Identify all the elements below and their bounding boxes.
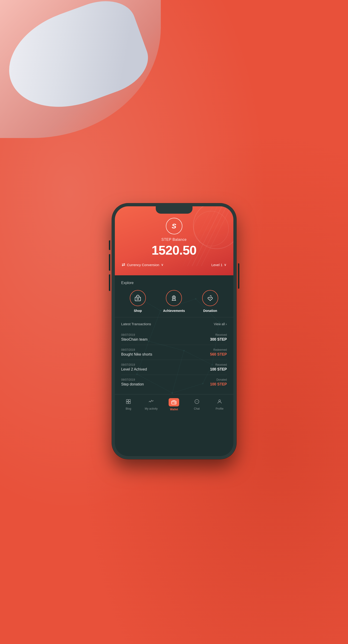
main-content: Explore Shop <box>115 275 233 416</box>
level-button[interactable]: Level 1 ∨ <box>211 263 226 267</box>
svg-line-19 <box>149 341 184 351</box>
svg-line-18 <box>149 311 160 341</box>
svg-line-17 <box>196 299 219 322</box>
currency-conversion-button[interactable]: ⇄ Currency Conversion ∨ <box>122 262 164 267</box>
network-background <box>115 275 233 416</box>
balance-label: STEP Balance <box>122 238 226 242</box>
logo-letter: S <box>172 222 176 230</box>
currency-icon: ⇄ <box>122 262 125 267</box>
svg-line-26 <box>172 350 184 393</box>
svg-line-20 <box>184 350 212 364</box>
currency-chevron-icon: ∨ <box>161 263 164 267</box>
svg-line-21 <box>137 341 149 374</box>
power-button <box>238 263 239 289</box>
volume-toggle-button <box>109 240 110 250</box>
volume-up-button <box>109 254 110 271</box>
volume-down-button <box>109 274 110 291</box>
balance-amount: 1520.50 <box>122 243 226 258</box>
header-actions: ⇄ Currency Conversion ∨ Level 1 ∨ <box>122 262 226 267</box>
currency-label: Currency Conversion <box>127 263 160 267</box>
svg-line-24 <box>203 365 212 384</box>
svg-line-25 <box>212 322 219 365</box>
phone-notch <box>156 206 192 214</box>
svg-line-23 <box>172 384 203 393</box>
phone-device: S STEP Balance 1520.50 ⇄ Currency Conver… <box>112 204 236 459</box>
phone-wrapper: S STEP Balance 1520.50 ⇄ Currency Conver… <box>112 204 236 459</box>
level-label: Level 1 <box>211 263 222 267</box>
svg-point-13 <box>171 392 173 394</box>
app-logo: S <box>166 218 182 234</box>
svg-line-15 <box>132 294 160 311</box>
level-chevron-icon: ∨ <box>224 263 226 267</box>
phone-screen: S STEP Balance 1520.50 ⇄ Currency Conver… <box>115 206 233 456</box>
svg-line-22 <box>137 374 172 393</box>
wallet-header: S STEP Balance 1520.50 ⇄ Currency Conver… <box>115 206 233 275</box>
svg-line-16 <box>160 299 196 310</box>
